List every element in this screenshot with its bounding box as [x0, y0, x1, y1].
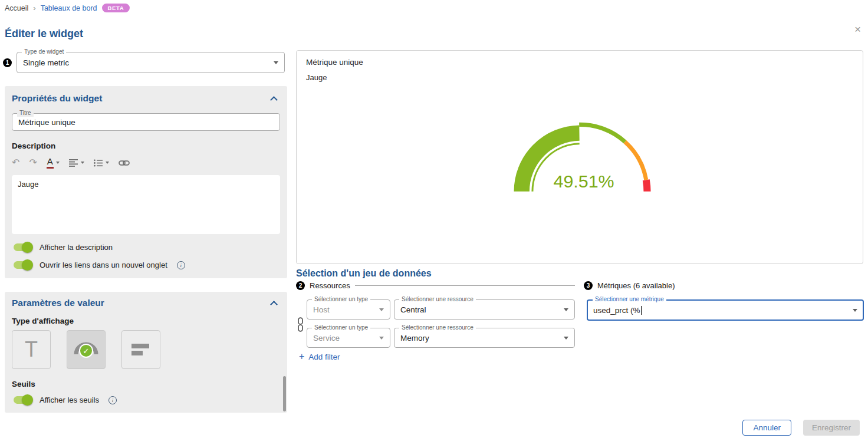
toggle-knob [22, 259, 33, 271]
display-type-text-button[interactable]: T [12, 330, 51, 369]
insert-link-button[interactable] [119, 160, 130, 166]
chevron-down-icon [274, 61, 278, 64]
link-icon [119, 160, 130, 166]
metric-select-input[interactable]: Sélectionner une métrique used_prct (% [587, 299, 864, 321]
description-toolbar: ↶ ↷ A [12, 156, 280, 169]
value-settings-title: Paramètres de valeur [12, 298, 104, 308]
title-input-value: Métrique unique [18, 118, 75, 127]
display-type-options: T ✓ [12, 330, 280, 369]
widget-properties-heading: Propriétés du widget [12, 93, 280, 104]
metrics-header: 3 Métriques (6 available) [584, 281, 675, 290]
gauge-chart: 49.51% [495, 108, 666, 197]
open-links-toggle[interactable] [14, 261, 31, 269]
text-align-button[interactable] [69, 159, 84, 167]
breadcrumb-home-link[interactable]: Accueil [5, 4, 28, 12]
widget-type-value: Single metric [23, 58, 69, 67]
chevron-down-icon [564, 308, 568, 311]
chevron-down-icon [564, 337, 568, 340]
show-thresholds-toggle-label: Afficher les seuils [40, 396, 99, 404]
resource-row: Sélectionner un type Service Sélectionne… [307, 328, 575, 348]
show-description-row: Afficher la description [12, 243, 280, 252]
widget-type-select[interactable]: Type de widget Single metric [17, 52, 285, 73]
value-settings-panel: Paramètres de valeur Type d'affichage T … [5, 292, 287, 413]
widget-type-label: Type de widget [22, 48, 66, 55]
bar-display-icon [130, 342, 152, 357]
thresholds-label: Seuils [12, 380, 280, 388]
list-icon [94, 159, 103, 167]
linked-rows-chain-icon [297, 317, 304, 332]
dataset-heading: Sélection d'un jeu de données [296, 268, 432, 279]
widget-properties-title: Propriétés du widget [12, 93, 102, 104]
collapse-chevron-icon[interactable] [270, 96, 278, 104]
description-editor[interactable]: Jauge [12, 175, 280, 234]
description-text: Jauge [18, 180, 38, 189]
chevron-down-icon [379, 308, 384, 311]
text-display-icon: T [25, 337, 38, 362]
resource-value: Central [400, 305, 426, 314]
resource-type-select-1[interactable]: Sélectionner un type Host [307, 299, 390, 320]
show-description-label: Afficher la description [40, 243, 113, 252]
resource-type-select-2[interactable]: Sélectionner un type Service [307, 328, 390, 348]
step-3-badge: 3 [584, 281, 593, 290]
preview-description: Jauge [306, 73, 853, 82]
resource-select-1[interactable]: Sélectionner une ressource Central [394, 299, 575, 320]
selected-check-icon: ✓ [79, 344, 93, 358]
metrics-label: Métriques (6 available) [597, 281, 675, 290]
chevron-down-icon [853, 309, 857, 312]
cancel-button[interactable]: Annuler [742, 420, 791, 436]
show-thresholds-row: Afficher les seuils [12, 396, 280, 404]
text-cursor [641, 306, 642, 315]
resource-row: Sélectionner un type Host Sélectionner u… [307, 299, 575, 320]
resource-value: Memory [400, 334, 429, 343]
description-label: Description [12, 141, 280, 150]
resources-header: 2 Ressources [296, 281, 575, 290]
resource-type-value: Host [313, 305, 330, 314]
display-type-label: Type d'affichage [12, 317, 280, 325]
divider [355, 285, 575, 286]
undo-icon[interactable]: ↶ [12, 158, 19, 167]
info-icon[interactable] [108, 396, 117, 404]
breadcrumb-dashboards-link[interactable]: Tableaux de bord [41, 4, 97, 12]
info-icon[interactable] [177, 261, 185, 269]
dialog-footer: Annuler Enregistrer [742, 420, 860, 436]
open-links-label: Ouvrir les liens dans un nouvel onglet [40, 261, 167, 269]
value-settings-heading: Paramètres de valeur [12, 298, 280, 308]
widget-properties-panel: Propriétés du widget Titre Métrique uniq… [5, 86, 287, 278]
preview-title: Métrique unique [306, 58, 853, 67]
title-input[interactable]: Titre Métrique unique [12, 113, 280, 131]
metric-select-label: Sélectionner une métrique [593, 296, 666, 303]
text-color-button[interactable]: A [47, 157, 60, 169]
align-icon [69, 159, 78, 167]
collapse-chevron-icon[interactable] [270, 301, 278, 308]
list-format-button[interactable] [94, 159, 109, 167]
close-icon[interactable]: × [854, 24, 861, 35]
resources-label: Ressources [310, 281, 350, 290]
save-button[interactable]: Enregistrer [803, 420, 860, 436]
widget-editor-page: Accueil › Tableaux de bord BETA Éditer l… [0, 0, 868, 438]
page-title: Éditer le widget [5, 28, 83, 40]
panel-scrollbar[interactable] [283, 376, 286, 411]
text-color-icon: A [47, 157, 54, 169]
add-filter-button[interactable]: + Add filter [299, 352, 340, 361]
show-description-toggle[interactable] [14, 243, 31, 251]
resource-type-label: Sélectionner un type [312, 296, 370, 303]
toggle-knob [22, 242, 33, 253]
beta-badge: BETA [102, 4, 130, 12]
gauge-value-text: 49.51% [554, 171, 614, 191]
plus-icon: + [299, 352, 304, 361]
chevron-down-icon [379, 337, 384, 340]
metric-select-value: used_prct (% [593, 306, 640, 315]
display-type-bar-button[interactable] [121, 330, 160, 369]
resource-label: Sélectionner une ressource [399, 324, 476, 331]
title-input-label: Titre [17, 110, 34, 117]
display-type-gauge-button[interactable]: ✓ [67, 330, 106, 369]
resource-type-value: Service [313, 334, 340, 343]
widget-preview: Métrique unique Jauge 49.51% [296, 50, 863, 264]
chevron-down-icon [56, 162, 60, 164]
redo-icon[interactable]: ↷ [29, 158, 37, 167]
show-thresholds-toggle[interactable] [14, 396, 31, 404]
gauge-track-warning [625, 142, 646, 180]
resource-select-2[interactable]: Sélectionner une ressource Memory [394, 328, 575, 348]
open-links-row: Ouvrir les liens dans un nouvel onglet [12, 261, 280, 269]
step-1-badge: 1 [3, 58, 12, 67]
